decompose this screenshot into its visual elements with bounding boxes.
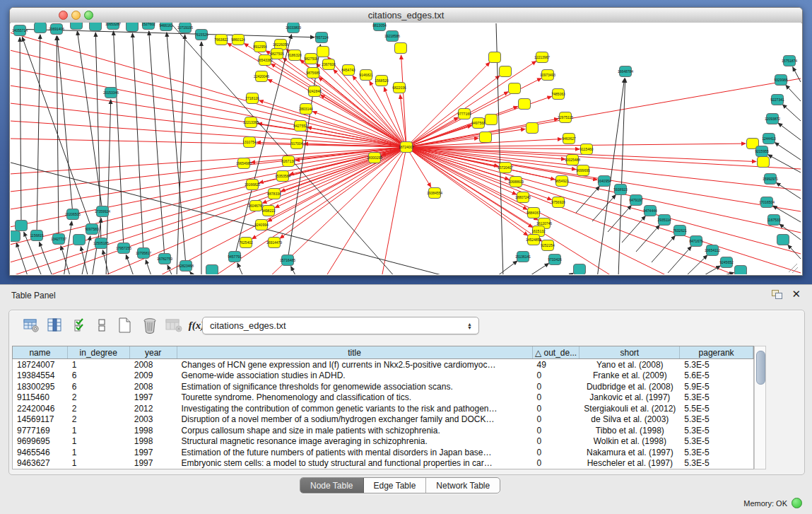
graph-node[interactable]: 9497568 — [471, 118, 486, 129]
graph-node[interactable]: 9884067 — [526, 208, 541, 218]
network-canvas[interactable]: 1872400776638229860124891295418226058982… — [11, 23, 801, 274]
graph-node[interactable]: 10719195 — [177, 23, 193, 33]
graph-node[interactable]: 1310754 — [242, 137, 257, 148]
graph-node[interactable]: 9827508 — [304, 54, 318, 64]
graph-node[interactable]: 8454743 — [341, 65, 355, 76]
column-header-name[interactable]: name — [13, 346, 68, 358]
graph-node[interactable]: 10688609 — [508, 177, 524, 187]
column-header-short[interactable]: short — [579, 346, 680, 358]
graph-node[interactable]: 7632621 — [673, 226, 687, 236]
table-row[interactable]: 911546021997Tourette syndrome. Phenomeno… — [13, 392, 753, 404]
graph-node[interactable]: 7485063 — [551, 89, 565, 100]
graph-node[interactable] — [574, 264, 586, 275]
graph-node[interactable]: 12213363 — [243, 117, 259, 128]
column-header-title[interactable]: title — [177, 346, 533, 358]
graph-node[interactable]: 15751874 — [782, 56, 797, 66]
graph-node[interactable]: 14524851 — [526, 235, 541, 245]
graph-node[interactable] — [489, 52, 501, 63]
stacked-squares-icon[interactable] — [93, 316, 111, 334]
graph-node[interactable] — [500, 66, 512, 77]
graph-node[interactable]: 6479197 — [629, 195, 643, 206]
graph-node[interactable]: 14055714 — [12, 25, 28, 36]
graph-node[interactable]: 8878334 — [267, 189, 281, 199]
graph-node[interactable]: 8427552 — [293, 121, 307, 132]
graph-node[interactable]: 10025488 — [565, 155, 580, 165]
graph-node[interactable]: 16782759 — [157, 254, 172, 264]
graph-node[interactable] — [509, 83, 521, 94]
graph-node[interactable]: 8267130 — [281, 156, 295, 167]
graph-node[interactable]: 1640954 — [597, 176, 611, 187]
graph-node[interactable]: 10795817 — [136, 248, 151, 259]
table-scrollbar[interactable] — [754, 346, 766, 469]
graph-node[interactable]: 12505185 — [93, 238, 109, 249]
graph-node[interactable] — [35, 23, 47, 33]
graph-node[interactable]: 9733426 — [548, 255, 562, 265]
trash-icon[interactable] — [141, 316, 159, 334]
graph-node[interactable]: 20206505 — [65, 209, 81, 220]
table-row[interactable]: 977716911998Corpus callosum shape and si… — [13, 425, 753, 436]
graph-node[interactable]: 15992971 — [763, 174, 778, 185]
table-row[interactable]: 1456911722003Disruption of a novel membe… — [13, 414, 753, 426]
float-panel-icon[interactable] — [772, 290, 782, 299]
graph-node[interactable]: 9463627 — [562, 134, 576, 144]
graph-node[interactable]: 8813054 — [372, 23, 387, 31]
graph-node[interactable] — [11, 231, 20, 242]
graph-node[interactable]: 10653287 — [105, 23, 121, 30]
graph-node[interactable]: 17016504 — [759, 197, 775, 208]
row-checks-icon[interactable] — [71, 316, 90, 334]
scrollbar-thumb[interactable] — [756, 351, 765, 385]
show-columns-icon[interactable] — [45, 316, 64, 334]
graph-node[interactable]: 9097583 — [85, 224, 99, 235]
graph-node[interactable]: 2803144 — [299, 104, 313, 115]
graph-node[interactable]: 1527602 — [141, 23, 155, 30]
new-document-icon[interactable] — [115, 316, 134, 334]
graph-node[interactable]: 10654112 — [705, 245, 720, 256]
graph-node[interactable]: 7857224 — [314, 33, 329, 43]
graph-node[interactable]: 1156819 — [30, 230, 43, 241]
graph-node[interactable]: 8912954 — [253, 42, 267, 52]
graph-node[interactable]: 2935114 — [657, 215, 671, 226]
graph-node[interactable] — [90, 23, 102, 31]
graph-node[interactable]: 1568520 — [375, 76, 389, 86]
graph-node[interactable]: 19654985 — [236, 158, 252, 169]
graph-node[interactable] — [519, 99, 531, 110]
tab-node-table[interactable]: Node Table — [300, 478, 364, 493]
graph-node[interactable]: 10973493 — [540, 70, 555, 81]
graph-node[interactable]: 20691406 — [49, 24, 64, 35]
graph-node[interactable]: 15136141 — [515, 252, 531, 262]
graph-node[interactable]: 5938923 — [613, 185, 628, 195]
graph-node[interactable]: 9875685 — [306, 68, 320, 78]
column-header-pagerank[interactable]: pagerank — [680, 346, 753, 358]
graph-node[interactable] — [71, 23, 83, 30]
graph-node[interactable]: 9457791 — [228, 252, 242, 262]
graph-node[interactable]: 9466161 — [159, 23, 173, 31]
graph-node[interactable] — [735, 266, 747, 275]
graph-node[interactable]: 16543382 — [257, 55, 273, 66]
graph-node[interactable]: 9245652 — [719, 257, 734, 268]
graph-node[interactable]: 1244413 — [762, 134, 776, 144]
graph-node[interactable]: 9756928 — [551, 197, 565, 208]
table-row[interactable]: 946362711997Embryonic stem cells: a mode… — [13, 458, 753, 469]
graph-node[interactable]: 6822036 — [392, 83, 406, 93]
graph-node[interactable] — [777, 235, 789, 245]
graph-node[interactable]: 12975115 — [558, 112, 573, 123]
table-row[interactable]: 1830029562008Estimation of significance … — [13, 381, 753, 392]
graph-node[interactable]: 18300295 — [367, 153, 382, 163]
close-panel-icon[interactable]: ✕ — [792, 288, 801, 300]
graph-node[interactable]: 16648784 — [618, 66, 633, 77]
column-header-in_degree[interactable]: in_degree — [68, 346, 130, 358]
graph-node[interactable]: 1167533 — [767, 215, 780, 226]
graph-node[interactable] — [395, 43, 407, 54]
graph-node[interactable]: 15353584 — [275, 171, 290, 182]
graph-node[interactable]: 8186328 — [288, 50, 302, 61]
graph-node[interactable] — [480, 132, 492, 143]
graph-node[interactable] — [206, 265, 218, 275]
graph-node[interactable]: 7625402 — [239, 238, 253, 248]
graph-node[interactable]: 9252254 — [541, 240, 555, 251]
graph-node[interactable] — [758, 157, 770, 168]
graph-node[interactable]: 9474444 — [643, 206, 657, 216]
graph-node[interactable]: 9115460 — [579, 144, 593, 155]
tab-network-table[interactable]: Network Table — [426, 478, 500, 493]
graph-node[interactable]: 17957255 — [116, 243, 131, 254]
graph-node[interactable]: 12093872 — [765, 114, 780, 124]
